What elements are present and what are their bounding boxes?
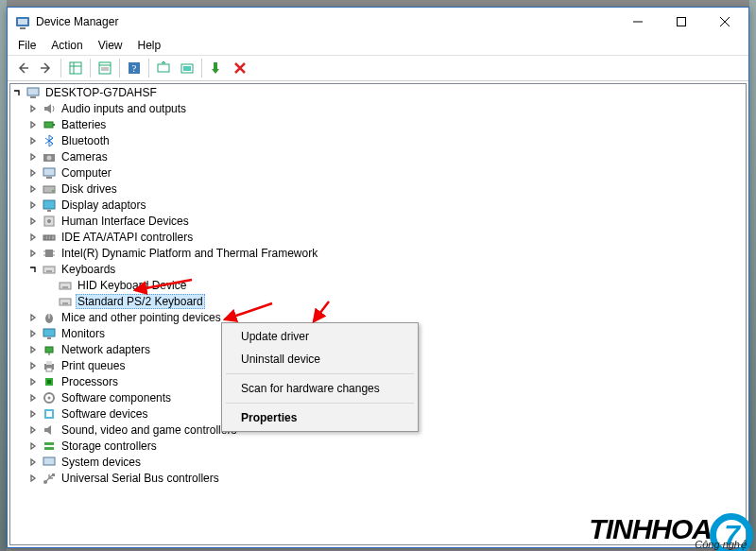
- tree-category-intel[interactable]: Intel(R) Dynamic Platform and Thermal Fr…: [10, 245, 746, 261]
- minimize-button[interactable]: [616, 8, 660, 36]
- processor-icon: [42, 374, 57, 389]
- expand-icon[interactable]: [26, 247, 40, 260]
- tree-root[interactable]: DESKTOP-G7DAHSF: [10, 84, 746, 100]
- context-properties[interactable]: Properties: [224, 406, 416, 429]
- expand-icon[interactable]: [26, 359, 40, 372]
- context-uninstall-device[interactable]: Uninstall device: [224, 348, 416, 370]
- tree-item-hid-keyboard[interactable]: HID Keyboard Device: [10, 277, 746, 293]
- expand-icon[interactable]: [26, 215, 40, 228]
- tree-category-sysdev[interactable]: System devices: [10, 454, 746, 470]
- tree-item-ps2-keyboard[interactable]: Standard PS/2 Keyboard: [10, 293, 746, 309]
- context-scan-hardware[interactable]: Scan for hardware changes: [224, 377, 416, 400]
- expand-icon[interactable]: [26, 150, 40, 164]
- tree-category-usb[interactable]: Universal Serial Bus controllers: [10, 470, 746, 486]
- window-title: Device Manager: [36, 15, 616, 28]
- expand-icon[interactable]: [26, 102, 40, 115]
- app-icon: [15, 14, 30, 29]
- svg-rect-47: [60, 283, 71, 289]
- expand-icon[interactable]: [26, 456, 40, 469]
- svg-point-63: [48, 396, 51, 399]
- computer-icon: [26, 85, 41, 100]
- toolbar-properties-button[interactable]: [94, 57, 116, 79]
- expand-icon[interactable]: [26, 439, 40, 453]
- svg-text:?: ?: [132, 62, 137, 74]
- sound-icon: [42, 422, 57, 438]
- camera-icon: [42, 149, 57, 164]
- expand-icon[interactable]: [26, 166, 40, 180]
- context-menu: Update driver Uninstall device Scan for …: [221, 322, 419, 432]
- bluetooth-icon: [42, 133, 57, 148]
- toolbar-forward-button[interactable]: [35, 57, 58, 79]
- toolbar-update-driver-button[interactable]: [152, 57, 175, 79]
- toolbar: ?: [8, 55, 748, 81]
- tree-category-storage[interactable]: Storage controllers: [10, 438, 746, 454]
- titlebar: Device Manager: [8, 8, 748, 36]
- tree-category-computer[interactable]: Computer: [10, 164, 746, 181]
- mouse-icon: [42, 310, 57, 325]
- close-button[interactable]: [703, 8, 747, 36]
- tree-category-batteries[interactable]: Batteries: [10, 116, 746, 132]
- menu-file[interactable]: File: [11, 37, 43, 54]
- toolbar-separator: [119, 59, 120, 77]
- context-separator: [226, 373, 414, 374]
- collapse-icon[interactable]: [26, 263, 40, 276]
- svg-rect-49: [60, 299, 71, 305]
- tree-category-keyboards[interactable]: Keyboards: [10, 261, 746, 277]
- toolbar-back-button[interactable]: [11, 57, 34, 79]
- tree-category-ide[interactable]: IDE ATA/ATAPI controllers: [10, 229, 746, 245]
- collapse-icon[interactable]: [10, 86, 24, 99]
- toolbar-separator: [148, 59, 149, 77]
- device-tree[interactable]: DESKTOP-G7DAHSF Audio inputs and outputs…: [9, 83, 747, 545]
- root-label: DESKTOP-G7DAHSF: [43, 86, 159, 99]
- svg-rect-54: [47, 337, 51, 339]
- tree-category-display[interactable]: Display adaptors: [10, 197, 746, 213]
- expand-icon[interactable]: [26, 327, 40, 340]
- toolbar-show-hide-tree-button[interactable]: [64, 57, 87, 79]
- maximize-button[interactable]: [660, 8, 703, 36]
- menu-action[interactable]: Action: [44, 37, 89, 54]
- printer-icon: [42, 358, 57, 373]
- expand-icon[interactable]: [26, 423, 40, 437]
- software-icon: [42, 390, 57, 405]
- toolbar-separator: [201, 59, 202, 77]
- svg-rect-58: [46, 361, 52, 365]
- menu-help[interactable]: Help: [131, 37, 168, 54]
- svg-rect-43: [43, 267, 55, 273]
- menu-view[interactable]: View: [92, 37, 129, 54]
- expand-icon[interactable]: [26, 343, 40, 356]
- expand-icon[interactable]: [26, 311, 40, 324]
- expand-icon[interactable]: [26, 231, 40, 244]
- expand-icon[interactable]: [26, 134, 40, 147]
- svg-rect-67: [44, 447, 54, 450]
- expand-icon[interactable]: [26, 391, 40, 405]
- expand-icon[interactable]: [26, 375, 40, 388]
- expand-icon[interactable]: [26, 407, 40, 421]
- expand-icon[interactable]: [26, 118, 40, 131]
- device-manager-window: Device Manager File Action View Help ?: [7, 7, 749, 548]
- tree-category-hid[interactable]: Human Interface Devices: [10, 213, 746, 229]
- context-update-driver[interactable]: Update driver: [224, 325, 416, 348]
- keyboard-icon: [42, 262, 57, 277]
- svg-rect-26: [43, 168, 55, 176]
- toolbar-separator: [90, 59, 91, 77]
- svg-rect-18: [183, 66, 191, 71]
- tree-category-cameras[interactable]: Cameras: [10, 148, 746, 164]
- tree-category-disk[interactable]: Disk drives: [10, 181, 746, 197]
- network-icon: [42, 342, 57, 357]
- svg-rect-38: [45, 250, 53, 257]
- toolbar-enable-button[interactable]: [205, 57, 228, 79]
- toolbar-help-button[interactable]: ?: [123, 57, 146, 79]
- tree-category-audio[interactable]: Audio inputs and outputs: [10, 100, 746, 116]
- background-left: [0, 0, 7, 551]
- expand-icon[interactable]: [26, 198, 40, 212]
- usb-icon: [42, 471, 57, 486]
- audio-icon: [42, 101, 57, 116]
- expand-icon[interactable]: [26, 472, 40, 485]
- keyboard-icon: [58, 278, 73, 293]
- svg-rect-61: [47, 380, 51, 384]
- expand-icon[interactable]: [26, 182, 40, 196]
- toolbar-uninstall-button[interactable]: [229, 57, 251, 79]
- svg-rect-27: [46, 177, 52, 179]
- tree-category-bluetooth[interactable]: Bluetooth: [10, 132, 746, 148]
- toolbar-scan-button[interactable]: [176, 57, 198, 79]
